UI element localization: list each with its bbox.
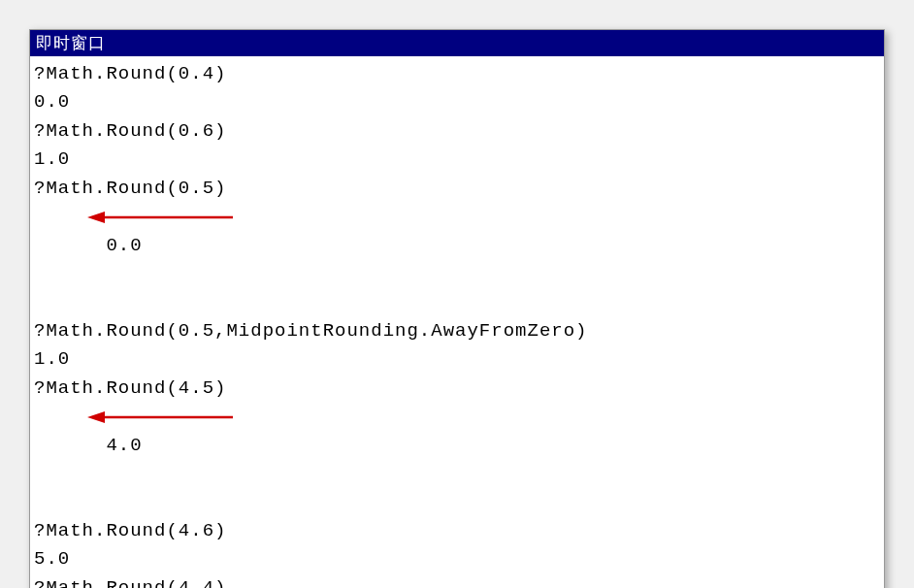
console-text: 0.0 [106,235,142,256]
console-text: 4.0 [106,435,142,456]
console-line: ?Math.Round(4.4) [34,574,880,588]
console-line: 5.0 [34,545,880,573]
console-content[interactable]: ?Math.Round(0.4) 0.0 ?Math.Round(0.6) 1.… [30,56,884,588]
console-line: ?Math.Round(0.4) [34,60,880,88]
console-line: ?Math.Round(4.5) [34,375,880,403]
console-line: ?Math.Round(4.6) [34,517,880,545]
titlebar: 即时窗口 [30,30,884,56]
window-title: 即时窗口 [36,34,106,52]
annotation-arrow-icon [87,408,233,427]
console-line: ?Math.Round(0.5,MidpointRounding.AwayFro… [34,317,880,345]
console-line: 1.0 [34,345,880,374]
console-line: 4.0 [34,403,880,517]
svg-marker-3 [87,411,105,423]
console-line: 0.0 [34,88,880,116]
svg-marker-1 [87,212,105,223]
console-line: 1.0 [34,146,880,174]
immediate-window: 即时窗口 ?Math.Round(0.4) 0.0 ?Math.Round(0.… [29,29,885,588]
console-line: 0.0 [34,203,880,317]
annotation-arrow-icon [87,208,233,227]
console-line: ?Math.Round(0.5) [34,175,880,203]
console-line: ?Math.Round(0.6) [34,117,880,146]
